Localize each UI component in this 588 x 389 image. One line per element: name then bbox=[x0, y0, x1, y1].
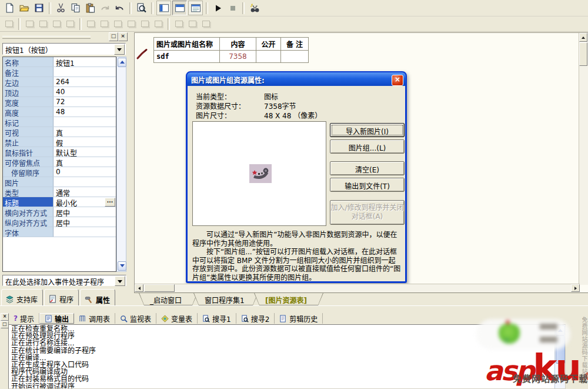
property-value[interactable]: 40 bbox=[54, 87, 116, 97]
property-value[interactable]: 真 bbox=[54, 127, 116, 137]
property-row[interactable]: 鼠标指针默认型 bbox=[3, 147, 116, 157]
resource-name-cell[interactable]: sdf bbox=[154, 51, 220, 63]
property-row[interactable]: 横向对齐方式居中 bbox=[3, 207, 116, 217]
property-value[interactable]: 默认型 bbox=[54, 147, 116, 157]
property-value[interactable]: 按钮1 bbox=[54, 57, 116, 67]
property-row[interactable]: 宽度72 bbox=[3, 97, 116, 107]
center-tool-icon[interactable] bbox=[85, 18, 97, 30]
column-header-note[interactable]: 备 注 bbox=[281, 38, 309, 51]
tab-program[interactable]: 程序 bbox=[44, 289, 79, 307]
cut-button[interactable] bbox=[54, 1, 68, 15]
panel-grip[interactable] bbox=[2, 36, 91, 39]
clear-button[interactable]: 清空(E) bbox=[330, 161, 405, 175]
property-value[interactable]: 最小化 bbox=[54, 197, 116, 207]
bottom-panel-float-button[interactable]: □ bbox=[1, 321, 9, 328]
debug-find-button[interactable] bbox=[248, 1, 261, 15]
property-row[interactable]: 禁止假 bbox=[3, 137, 116, 147]
ellipsis-button[interactable] bbox=[105, 198, 115, 207]
find-button[interactable] bbox=[135, 1, 148, 15]
property-value[interactable] bbox=[54, 117, 116, 127]
property-value[interactable]: 48 bbox=[54, 107, 116, 117]
property-value[interactable]: 通常 bbox=[54, 187, 116, 197]
property-value[interactable]: 264 bbox=[54, 77, 116, 87]
center-tool-icon[interactable] bbox=[112, 18, 124, 30]
scroll-down-button[interactable] bbox=[118, 261, 126, 271]
size-tool-icon[interactable] bbox=[173, 18, 185, 30]
size-tool-icon[interactable] bbox=[200, 18, 212, 30]
property-row[interactable]: 停留顺序0 bbox=[3, 167, 116, 177]
paste-button[interactable] bbox=[83, 1, 97, 15]
export-to-file-button[interactable]: 输出到文件(T) bbox=[330, 178, 405, 192]
copy-button[interactable] bbox=[69, 1, 82, 15]
align-tool-icon[interactable] bbox=[37, 18, 49, 30]
event-handler-selector[interactable]: 在此处选择加入事件处理子程序 bbox=[2, 275, 126, 286]
open-file-button[interactable] bbox=[18, 1, 31, 15]
image-group-button[interactable]: 图片组...(L) bbox=[330, 139, 405, 154]
property-row[interactable]: 顶边40 bbox=[3, 87, 116, 97]
property-value[interactable]: 假 bbox=[54, 137, 116, 147]
tab-startup-window[interactable]: _启动窗口 bbox=[139, 293, 198, 305]
tab-hints[interactable]: ? 提示 bbox=[9, 313, 39, 324]
scroll-up-button[interactable] bbox=[579, 33, 587, 42]
undo-button[interactable] bbox=[113, 1, 126, 15]
property-row[interactable]: 高度48 bbox=[3, 107, 116, 117]
tab-output[interactable]: 输出 bbox=[39, 313, 74, 324]
resource-note-cell[interactable] bbox=[281, 51, 309, 63]
align-tool-icon[interactable] bbox=[51, 18, 63, 30]
output-scrollbar[interactable] bbox=[554, 325, 565, 388]
panel-close-button[interactable]: × bbox=[118, 32, 128, 41]
layout-tool-icon[interactable] bbox=[3, 18, 15, 30]
column-header-name[interactable]: 图片或图片组名称 bbox=[154, 38, 220, 51]
new-file-button[interactable] bbox=[3, 1, 16, 15]
vertical-scroll-thumb[interactable] bbox=[579, 42, 587, 66]
resource-public-cell[interactable] bbox=[256, 51, 281, 63]
tab-clip-history[interactable]: 剪辑历史 bbox=[275, 313, 323, 324]
property-row-selected[interactable]: 标题最小化 bbox=[3, 197, 116, 207]
property-row[interactable]: 可视真 bbox=[3, 127, 116, 137]
property-value[interactable] bbox=[54, 227, 116, 237]
tab-watch-table[interactable]: 监视表 bbox=[115, 313, 156, 324]
property-value[interactable]: 72 bbox=[54, 97, 116, 107]
view-left-pane-button[interactable] bbox=[156, 1, 171, 15]
space-tool-icon[interactable] bbox=[139, 18, 151, 30]
canvas-vertical-scrollbar[interactable] bbox=[579, 33, 588, 285]
property-row[interactable]: 左边264 bbox=[3, 77, 116, 87]
property-value[interactable]: 居中 bbox=[54, 207, 116, 217]
tab-call-table[interactable]: 调用表 bbox=[74, 313, 115, 324]
output-scroll-thumb[interactable] bbox=[556, 335, 565, 364]
redo-button[interactable] bbox=[98, 1, 112, 15]
component-selector[interactable]: 按钮1（按钮） bbox=[2, 43, 126, 55]
space-tool-icon[interactable] bbox=[152, 18, 165, 30]
scroll-left-button[interactable] bbox=[135, 284, 143, 292]
align-tool-icon[interactable] bbox=[64, 18, 76, 30]
resource-table-row[interactable]: sdf 7358 bbox=[154, 51, 309, 63]
size-tool-icon[interactable] bbox=[186, 18, 199, 30]
center-tool-icon[interactable] bbox=[125, 18, 138, 30]
property-row[interactable]: 纵向对齐方式居中 bbox=[3, 217, 116, 227]
property-row[interactable]: 名称按钮1 bbox=[3, 57, 116, 67]
dialog-titlebar[interactable]: 图片或图片组资源属性: bbox=[187, 72, 406, 86]
dialog-close-button[interactable] bbox=[392, 75, 403, 86]
tab-variable-table[interactable]: 变量表 bbox=[156, 313, 198, 324]
scroll-right-button[interactable] bbox=[571, 284, 580, 292]
column-header-public[interactable]: 公开 bbox=[256, 38, 281, 51]
property-row[interactable]: 类型通常 bbox=[3, 187, 116, 197]
scroll-up-button[interactable] bbox=[118, 58, 126, 67]
property-row[interactable]: 标记 bbox=[3, 117, 116, 127]
property-value[interactable]: 居中 bbox=[54, 217, 116, 227]
resource-content-cell[interactable]: 7358 bbox=[220, 51, 256, 63]
tab-search-2[interactable]: 搜寻2 bbox=[236, 313, 275, 324]
component-selector-dropdown-button[interactable] bbox=[114, 44, 125, 55]
import-new-image-button[interactable]: 导入新图片(I) bbox=[330, 123, 405, 137]
property-value[interactable] bbox=[54, 67, 116, 77]
output-console[interactable]: 正在检查重复名称... 正在预处理现行程序 正在进行名称连接... 正在统计需要… bbox=[8, 324, 566, 389]
view-top-pane-button[interactable] bbox=[172, 1, 187, 15]
event-selector-dropdown-button[interactable] bbox=[115, 276, 125, 286]
column-header-content[interactable]: 内容 bbox=[220, 38, 256, 51]
scroll-up-button[interactable] bbox=[556, 325, 565, 335]
align-tool-icon[interactable] bbox=[24, 18, 36, 30]
tab-search-1[interactable]: 搜寻1 bbox=[198, 313, 236, 324]
tab-image-resource-table[interactable]: [图片资源表] bbox=[254, 293, 323, 305]
view-detail-pane-button[interactable] bbox=[188, 1, 203, 15]
stop-button[interactable] bbox=[226, 1, 239, 15]
